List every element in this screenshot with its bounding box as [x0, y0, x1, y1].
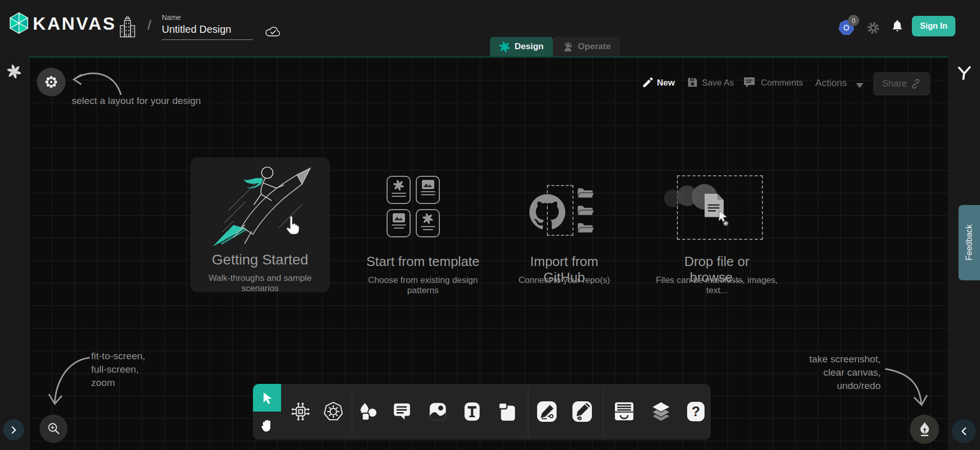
select-tool-button[interactable] — [253, 384, 281, 412]
template-tiles — [387, 176, 440, 237]
hand-cursor-icon — [284, 215, 301, 238]
getting-started-title: Getting Started — [190, 252, 330, 268]
new-design-icon[interactable] — [642, 76, 654, 91]
kanvas-logo-icon[interactable] — [7, 11, 31, 37]
svg-text:?: ? — [692, 404, 700, 419]
magnifier-plus-icon — [46, 421, 61, 437]
share-button[interactable]: Share — [874, 72, 930, 95]
drop-document-icon — [702, 192, 732, 229]
sign-in-button[interactable]: Sign In — [912, 16, 955, 36]
rocket-rider-illustration — [202, 161, 319, 251]
layers-button[interactable] — [649, 399, 673, 424]
kanvas-app: KANVAS / Name — [0, 0, 980, 450]
tab-design[interactable]: Design — [490, 37, 553, 56]
question-mark-icon: ? — [685, 400, 707, 423]
toolbar-divider — [352, 387, 352, 437]
share-button-label: Share — [882, 78, 907, 89]
getting-started-card[interactable]: Getting Started Walk-throughs and sample… — [190, 157, 330, 292]
expand-left-panel-button[interactable] — [3, 419, 24, 440]
actions-caret-icon[interactable] — [856, 81, 863, 90]
zoom-hint-line: full-screen, — [91, 363, 145, 376]
freehand-draw-tool-button[interactable] — [570, 399, 594, 424]
zoom-hint-line: fit-to-screen, — [91, 350, 145, 363]
github-octocat-icon — [529, 194, 565, 232]
mode-tabs: Design Operate — [490, 37, 620, 56]
canvas-actions-hint-arrow — [884, 364, 929, 412]
save-as-icon[interactable] — [687, 76, 698, 90]
brand-wordmark: KANVAS — [33, 13, 116, 34]
operator-headset-icon — [562, 41, 573, 52]
left-sidebar-rail — [0, 56, 29, 450]
help-button[interactable]: ? — [684, 399, 708, 424]
image-icon — [422, 180, 434, 189]
components-tool-button[interactable] — [288, 399, 313, 424]
pen-nib-icon — [918, 421, 932, 438]
design-name-label: Name — [162, 13, 253, 22]
collapse-right-panel-button[interactable] — [952, 419, 976, 443]
repo-folder-icons — [577, 187, 595, 238]
comment-tool-button[interactable] — [390, 399, 414, 424]
pen-path-icon — [536, 400, 558, 423]
import-from-github-subtitle: Connect to your repo(s) — [513, 275, 615, 285]
drawer-icon — [613, 401, 635, 422]
comments-icon[interactable] — [743, 76, 756, 91]
breadcrumb-separator: / — [147, 17, 151, 33]
kubernetes-tool-button[interactable] — [321, 399, 346, 424]
tab-design-label: Design — [515, 42, 544, 52]
meshery-spiral-icon — [422, 213, 433, 224]
cursor-arrow-icon — [261, 391, 274, 404]
start-from-template-card[interactable]: Start from template Choose from existing… — [365, 157, 481, 292]
feedback-tab[interactable]: Feedback — [958, 205, 980, 280]
notifications-bell-icon[interactable] — [891, 19, 904, 36]
start-from-template-title: Start from template — [365, 254, 481, 270]
new-design-button[interactable]: New — [657, 78, 675, 88]
node-with-tab-icon — [496, 401, 518, 422]
drop-file-card[interactable]: Drop file or browse... Files can be mani… — [661, 157, 773, 292]
actions-menu-button[interactable]: Actions — [815, 77, 847, 89]
start-from-template-subtitle: Choose from existing design patterns — [354, 275, 492, 296]
design-name-input[interactable] — [162, 22, 253, 40]
meshery-spiral-icon[interactable] — [7, 65, 21, 80]
chip-icon — [290, 401, 311, 422]
select-layout-button[interactable] — [37, 68, 66, 96]
tool-dock: ? — [253, 384, 711, 440]
comments-button[interactable]: Comments — [761, 78, 803, 88]
text-tool-button[interactable] — [460, 399, 484, 424]
layout-flower-icon — [44, 75, 58, 89]
template-tile — [416, 176, 440, 204]
import-from-github-card[interactable]: Import from GitHub Connect to your repo(… — [513, 157, 615, 292]
settings-gear-icon[interactable] — [866, 21, 880, 37]
freehand-pen-button[interactable] — [910, 415, 939, 444]
design-spiral-icon — [499, 42, 510, 52]
history-drawer-button[interactable] — [612, 399, 636, 424]
layout-hint-text: select a layout for your design — [72, 94, 201, 108]
template-tile — [416, 209, 440, 237]
kubernetes-wheel-icon — [323, 401, 344, 422]
chevron-right-icon — [9, 425, 18, 435]
layers-icon — [650, 400, 672, 423]
pencil-scribble-icon — [571, 400, 593, 423]
tab-operate[interactable]: Operate — [553, 37, 620, 56]
node-shape-tool-button[interactable] — [495, 399, 519, 424]
shapes-icon — [358, 401, 379, 422]
pan-tool-button[interactable] — [253, 412, 281, 440]
organization-icon[interactable] — [119, 16, 136, 41]
toolbar-divider — [603, 387, 604, 437]
assistant-y-icon[interactable] — [956, 66, 972, 83]
save-as-button[interactable]: Save As — [702, 78, 734, 88]
drop-file-subtitle: Files can be manifests, images, text... — [650, 275, 783, 296]
kubernetes-context-count-badge[interactable]: 0 — [848, 15, 859, 26]
tab-operate-label: Operate — [578, 42, 611, 52]
feedback-tab-label: Feedback — [965, 224, 974, 260]
zoom-hint-text: fit-to-screen, full-screen, zoom — [91, 350, 145, 390]
zoom-button[interactable] — [39, 415, 68, 443]
template-tile — [387, 176, 411, 204]
pen-path-tool-button[interactable] — [535, 399, 559, 424]
cloud-sync-icon — [264, 25, 282, 40]
canvas-actions-hint-text: take screenshot, clear canvas, undo/redo — [789, 353, 881, 393]
template-tile — [387, 209, 411, 237]
shapes-tool-button[interactable] — [356, 399, 381, 424]
toolbar-divider — [528, 387, 528, 437]
image-tool-button[interactable] — [425, 399, 450, 424]
meshery-spiral-icon — [393, 180, 404, 191]
